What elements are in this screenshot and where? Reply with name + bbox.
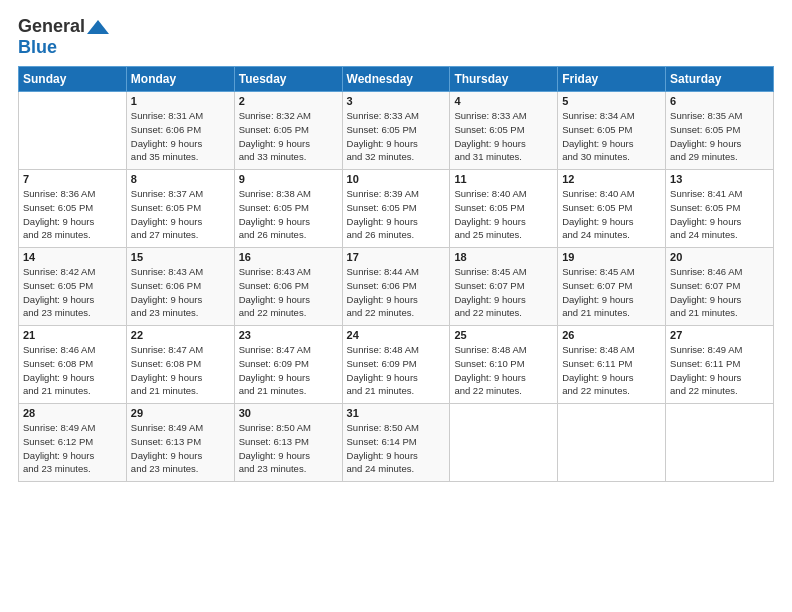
day-info: Sunrise: 8:36 AMSunset: 6:05 PMDaylight:… [23,187,122,242]
day-info: Sunrise: 8:47 AMSunset: 6:09 PMDaylight:… [239,343,338,398]
day-number: 29 [131,407,230,419]
day-info: Sunrise: 8:48 AMSunset: 6:09 PMDaylight:… [347,343,446,398]
calendar-cell: 16Sunrise: 8:43 AMSunset: 6:06 PMDayligh… [234,248,342,326]
day-number: 24 [347,329,446,341]
day-number: 8 [131,173,230,185]
day-info: Sunrise: 8:32 AMSunset: 6:05 PMDaylight:… [239,109,338,164]
calendar-cell: 10Sunrise: 8:39 AMSunset: 6:05 PMDayligh… [342,170,450,248]
calendar-cell: 28Sunrise: 8:49 AMSunset: 6:12 PMDayligh… [19,404,127,482]
day-number: 21 [23,329,122,341]
calendar-header-sunday: Sunday [19,67,127,92]
day-info: Sunrise: 8:48 AMSunset: 6:10 PMDaylight:… [454,343,553,398]
day-number: 26 [562,329,661,341]
day-info: Sunrise: 8:49 AMSunset: 6:11 PMDaylight:… [670,343,769,398]
calendar-cell: 13Sunrise: 8:41 AMSunset: 6:05 PMDayligh… [666,170,774,248]
day-info: Sunrise: 8:33 AMSunset: 6:05 PMDaylight:… [347,109,446,164]
day-number: 11 [454,173,553,185]
day-number: 9 [239,173,338,185]
calendar-cell: 29Sunrise: 8:49 AMSunset: 6:13 PMDayligh… [126,404,234,482]
day-number: 1 [131,95,230,107]
day-number: 6 [670,95,769,107]
calendar-cell: 12Sunrise: 8:40 AMSunset: 6:05 PMDayligh… [558,170,666,248]
calendar-header-monday: Monday [126,67,234,92]
calendar-week-row: 28Sunrise: 8:49 AMSunset: 6:12 PMDayligh… [19,404,774,482]
day-number: 12 [562,173,661,185]
day-number: 20 [670,251,769,263]
day-info: Sunrise: 8:49 AMSunset: 6:13 PMDaylight:… [131,421,230,476]
calendar-week-row: 14Sunrise: 8:42 AMSunset: 6:05 PMDayligh… [19,248,774,326]
day-number: 7 [23,173,122,185]
day-number: 13 [670,173,769,185]
logo-blue: Blue [18,37,57,57]
calendar-week-row: 7Sunrise: 8:36 AMSunset: 6:05 PMDaylight… [19,170,774,248]
logo: General Blue [18,16,109,58]
calendar-cell: 21Sunrise: 8:46 AMSunset: 6:08 PMDayligh… [19,326,127,404]
calendar-cell: 9Sunrise: 8:38 AMSunset: 6:05 PMDaylight… [234,170,342,248]
day-number: 10 [347,173,446,185]
day-info: Sunrise: 8:38 AMSunset: 6:05 PMDaylight:… [239,187,338,242]
day-info: Sunrise: 8:46 AMSunset: 6:08 PMDaylight:… [23,343,122,398]
day-info: Sunrise: 8:34 AMSunset: 6:05 PMDaylight:… [562,109,661,164]
calendar-cell [19,92,127,170]
day-number: 14 [23,251,122,263]
calendar-cell [450,404,558,482]
day-info: Sunrise: 8:40 AMSunset: 6:05 PMDaylight:… [562,187,661,242]
day-number: 25 [454,329,553,341]
calendar-header-saturday: Saturday [666,67,774,92]
page: General Blue SundayMondayTuesdayWednesda… [0,0,792,612]
calendar-cell: 8Sunrise: 8:37 AMSunset: 6:05 PMDaylight… [126,170,234,248]
day-number: 23 [239,329,338,341]
day-number: 17 [347,251,446,263]
day-number: 22 [131,329,230,341]
day-info: Sunrise: 8:50 AMSunset: 6:14 PMDaylight:… [347,421,446,476]
calendar-cell: 31Sunrise: 8:50 AMSunset: 6:14 PMDayligh… [342,404,450,482]
day-number: 30 [239,407,338,419]
calendar-cell: 24Sunrise: 8:48 AMSunset: 6:09 PMDayligh… [342,326,450,404]
day-info: Sunrise: 8:48 AMSunset: 6:11 PMDaylight:… [562,343,661,398]
day-number: 19 [562,251,661,263]
calendar-header-friday: Friday [558,67,666,92]
day-number: 27 [670,329,769,341]
day-info: Sunrise: 8:41 AMSunset: 6:05 PMDaylight:… [670,187,769,242]
logo-icon [87,20,109,34]
logo-general: General [18,16,85,37]
day-info: Sunrise: 8:43 AMSunset: 6:06 PMDaylight:… [131,265,230,320]
calendar-cell [666,404,774,482]
calendar-week-row: 21Sunrise: 8:46 AMSunset: 6:08 PMDayligh… [19,326,774,404]
calendar-cell [558,404,666,482]
day-info: Sunrise: 8:43 AMSunset: 6:06 PMDaylight:… [239,265,338,320]
day-info: Sunrise: 8:49 AMSunset: 6:12 PMDaylight:… [23,421,122,476]
calendar-cell: 1Sunrise: 8:31 AMSunset: 6:06 PMDaylight… [126,92,234,170]
day-info: Sunrise: 8:31 AMSunset: 6:06 PMDaylight:… [131,109,230,164]
calendar-cell: 22Sunrise: 8:47 AMSunset: 6:08 PMDayligh… [126,326,234,404]
day-number: 31 [347,407,446,419]
day-number: 16 [239,251,338,263]
calendar-cell: 11Sunrise: 8:40 AMSunset: 6:05 PMDayligh… [450,170,558,248]
day-info: Sunrise: 8:39 AMSunset: 6:05 PMDaylight:… [347,187,446,242]
day-info: Sunrise: 8:45 AMSunset: 6:07 PMDaylight:… [454,265,553,320]
calendar-week-row: 1Sunrise: 8:31 AMSunset: 6:06 PMDaylight… [19,92,774,170]
svg-marker-0 [87,20,109,34]
calendar-cell: 19Sunrise: 8:45 AMSunset: 6:07 PMDayligh… [558,248,666,326]
calendar-cell: 20Sunrise: 8:46 AMSunset: 6:07 PMDayligh… [666,248,774,326]
day-number: 28 [23,407,122,419]
day-number: 2 [239,95,338,107]
day-number: 5 [562,95,661,107]
day-info: Sunrise: 8:45 AMSunset: 6:07 PMDaylight:… [562,265,661,320]
calendar-cell: 23Sunrise: 8:47 AMSunset: 6:09 PMDayligh… [234,326,342,404]
day-info: Sunrise: 8:33 AMSunset: 6:05 PMDaylight:… [454,109,553,164]
day-info: Sunrise: 8:40 AMSunset: 6:05 PMDaylight:… [454,187,553,242]
calendar-header-tuesday: Tuesday [234,67,342,92]
calendar-cell: 2Sunrise: 8:32 AMSunset: 6:05 PMDaylight… [234,92,342,170]
calendar-cell: 18Sunrise: 8:45 AMSunset: 6:07 PMDayligh… [450,248,558,326]
header: General Blue [18,16,774,58]
calendar-header-wednesday: Wednesday [342,67,450,92]
calendar-cell: 4Sunrise: 8:33 AMSunset: 6:05 PMDaylight… [450,92,558,170]
calendar-cell: 14Sunrise: 8:42 AMSunset: 6:05 PMDayligh… [19,248,127,326]
day-info: Sunrise: 8:42 AMSunset: 6:05 PMDaylight:… [23,265,122,320]
day-info: Sunrise: 8:35 AMSunset: 6:05 PMDaylight:… [670,109,769,164]
calendar-cell: 15Sunrise: 8:43 AMSunset: 6:06 PMDayligh… [126,248,234,326]
calendar-table: SundayMondayTuesdayWednesdayThursdayFrid… [18,66,774,482]
day-info: Sunrise: 8:44 AMSunset: 6:06 PMDaylight:… [347,265,446,320]
day-info: Sunrise: 8:46 AMSunset: 6:07 PMDaylight:… [670,265,769,320]
